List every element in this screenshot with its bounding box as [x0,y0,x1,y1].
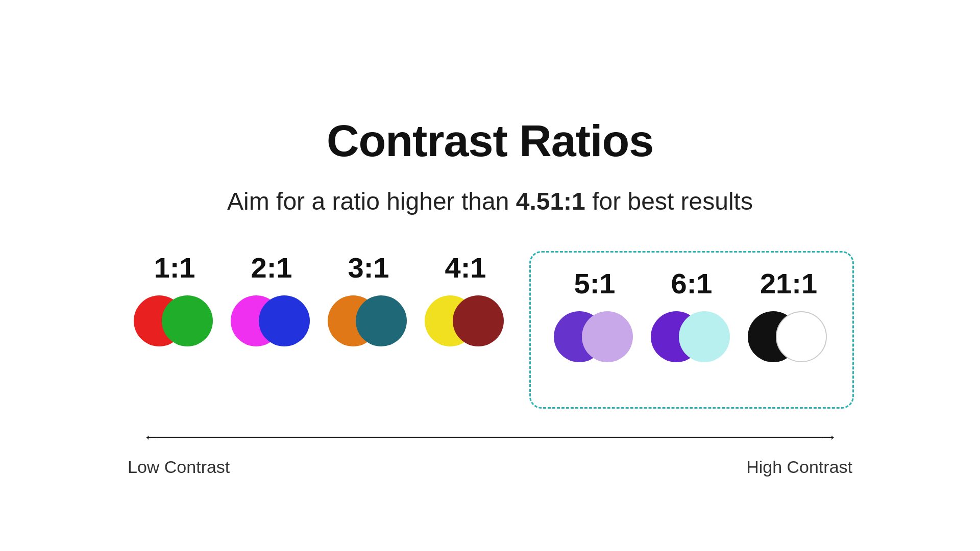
ratios-container: 1:12:13:14:1 5:16:121:1 [126,251,854,409]
highlight-box: 5:16:121:1 [529,251,854,409]
ratio-label-3: 4:1 [445,251,486,284]
circle-right-5 [679,311,730,362]
high-contrast-label: High Contrast [746,457,852,477]
ratio-label-2: 3:1 [348,251,389,284]
low-contrast-ratios: 1:12:13:14:1 [126,251,514,377]
circle-right-2 [356,295,407,346]
ratio-group-0: 1:1 [126,251,223,377]
circles-5 [651,311,732,393]
subtitle: Aim for a ratio higher than 4.51:1 for b… [227,187,753,215]
ratio-label-4: 5:1 [574,267,616,300]
subtitle-highlight: 4.51:1 [516,188,585,215]
ratio-group-2: 3:1 [320,251,417,377]
subtitle-suffix: for best results [585,188,753,215]
ratio-group-5: 6:1 [643,267,740,393]
ratio-label-5: 6:1 [671,267,713,300]
circle-right-6 [776,311,827,362]
page-title: Contrast Ratios [327,115,653,167]
circles-2 [328,295,409,377]
arrow-left-icon: ← [143,427,159,446]
ratio-group-4: 5:1 [546,267,643,393]
circle-right-1 [259,295,310,346]
circle-right-3 [453,295,504,346]
circles-3 [425,295,506,377]
circles-4 [554,311,635,393]
ratio-group-6: 21:1 [740,267,837,393]
ratio-group-1: 2:1 [223,251,320,377]
arrow-line [148,437,832,438]
ratio-group-3: 4:1 [417,251,514,377]
arrow-right-icon: → [821,427,837,446]
ratio-label-1: 2:1 [251,251,292,284]
ratio-label-0: 1:1 [154,251,195,284]
circle-right-4 [582,311,633,362]
circles-6 [748,311,829,393]
subtitle-prefix: Aim for a ratio higher than [227,188,516,215]
ratio-label-6: 21:1 [760,267,817,300]
circles-0 [134,295,215,377]
circle-right-0 [162,295,213,346]
low-contrast-label: Low Contrast [128,457,230,477]
circles-1 [231,295,312,377]
